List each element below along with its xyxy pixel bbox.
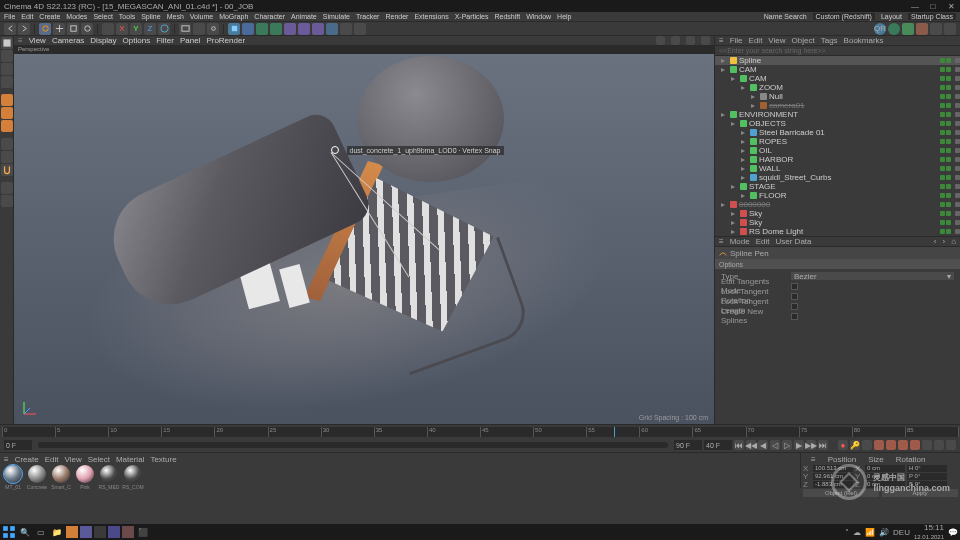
tree-row[interactable]: ▸FLOOR bbox=[715, 191, 960, 200]
attr-up-icon[interactable]: ⌂ bbox=[951, 237, 956, 246]
tree-row[interactable]: ▸squidl_Street_Curbs bbox=[715, 173, 960, 182]
obj-tags[interactable]: Tags bbox=[821, 36, 838, 45]
polys-mode[interactable] bbox=[1, 120, 13, 132]
tree-row[interactable]: ▸HARBOR bbox=[715, 155, 960, 164]
tree-row[interactable]: ▸OBJECTS bbox=[715, 119, 960, 128]
vp-nav3-icon[interactable] bbox=[686, 36, 695, 45]
material-Smart_C[interactable]: Smart_C bbox=[50, 465, 72, 490]
taskview-icon[interactable]: ▭ bbox=[34, 525, 48, 539]
render-view[interactable] bbox=[179, 23, 191, 35]
start-frame[interactable]: 0 F bbox=[4, 440, 32, 450]
playhead[interactable] bbox=[614, 427, 615, 437]
obj-file[interactable]: File bbox=[730, 36, 743, 45]
quickrender-icon[interactable]: QR bbox=[874, 23, 886, 35]
vp-cameras[interactable]: Cameras bbox=[52, 36, 84, 45]
next-key-icon[interactable]: ▶▶ bbox=[806, 440, 816, 450]
app3-icon[interactable] bbox=[94, 526, 106, 538]
menu-create[interactable]: Create bbox=[39, 13, 60, 20]
vp-nav2-icon[interactable] bbox=[671, 36, 680, 45]
tree-row[interactable]: ▸Spline bbox=[715, 56, 960, 65]
tree-row[interactable]: ▸STAGE bbox=[715, 182, 960, 191]
mat-select[interactable]: Select bbox=[88, 455, 110, 463]
obj-edit[interactable]: Edit bbox=[749, 36, 763, 45]
tree-row[interactable]: ▸CAM bbox=[715, 65, 960, 74]
menu-tools[interactable]: Tools bbox=[119, 13, 135, 20]
tag3-icon[interactable] bbox=[930, 23, 942, 35]
vp-nav1-icon[interactable] bbox=[656, 36, 665, 45]
menu-select[interactable]: Select bbox=[93, 13, 112, 20]
obj-view[interactable]: View bbox=[768, 36, 785, 45]
cube-primitive[interactable] bbox=[228, 23, 240, 35]
newspline-checkbox[interactable] bbox=[791, 313, 798, 320]
move-tool[interactable] bbox=[53, 23, 65, 35]
help-icon[interactable] bbox=[944, 23, 956, 35]
select-tool[interactable] bbox=[39, 23, 51, 35]
rotate-tool[interactable] bbox=[81, 23, 93, 35]
attr-mode[interactable]: Mode bbox=[730, 237, 750, 246]
material-RS_COM[interactable]: RS_COM bbox=[122, 465, 144, 490]
tree-row[interactable]: ▸CAM bbox=[715, 74, 960, 83]
vp-prorender[interactable]: ProRender bbox=[206, 36, 245, 45]
app5-icon[interactable] bbox=[122, 526, 134, 538]
menu-window[interactable]: Window bbox=[526, 13, 551, 20]
mat-material[interactable]: Material bbox=[116, 455, 144, 463]
app1-icon[interactable] bbox=[66, 526, 78, 538]
tray-lang[interactable]: DEU bbox=[893, 528, 910, 537]
end-frame[interactable]: 90 F bbox=[674, 440, 702, 450]
vp-panel[interactable]: Panel bbox=[180, 36, 200, 45]
selection-tool[interactable] bbox=[1, 195, 13, 207]
maximize-button[interactable]: □ bbox=[928, 2, 938, 11]
material-RS_MED[interactable]: RS_MED bbox=[98, 465, 120, 490]
lock-zaxis[interactable]: Z bbox=[144, 23, 156, 35]
dope-icon[interactable] bbox=[946, 440, 956, 450]
coord-system[interactable] bbox=[158, 23, 170, 35]
tree-row[interactable]: ▸OIL bbox=[715, 146, 960, 155]
render-region[interactable] bbox=[193, 23, 205, 35]
menu-help[interactable]: Help bbox=[557, 13, 571, 20]
tray-date[interactable]: 12.01.2021 bbox=[914, 534, 944, 540]
explorer-icon[interactable]: 📁 bbox=[50, 525, 64, 539]
menu-xparticles[interactable]: X-Particles bbox=[455, 13, 489, 20]
model-mode[interactable] bbox=[1, 37, 13, 49]
menu-edit[interactable]: Edit bbox=[21, 13, 33, 20]
edges-mode[interactable] bbox=[1, 107, 13, 119]
record-icon[interactable]: ● bbox=[838, 440, 848, 450]
soft-select[interactable] bbox=[1, 182, 13, 194]
menu-render[interactable]: Render bbox=[385, 13, 408, 20]
menu-volume[interactable]: Volume bbox=[190, 13, 213, 20]
menu-modes[interactable]: Modes bbox=[66, 13, 87, 20]
generator2-icon[interactable] bbox=[270, 23, 282, 35]
app4-icon[interactable] bbox=[108, 526, 120, 538]
attr-edit[interactable]: Edit bbox=[756, 237, 770, 246]
obj-object[interactable]: Object bbox=[792, 36, 815, 45]
tray-notif-icon[interactable]: 💬 bbox=[948, 528, 958, 537]
vp-display[interactable]: Display bbox=[90, 36, 116, 45]
enable-axis[interactable] bbox=[1, 138, 13, 150]
apply-button[interactable]: Apply bbox=[882, 489, 958, 497]
tree-row[interactable]: ▸ROPES bbox=[715, 137, 960, 146]
name-search[interactable]: Name Search bbox=[764, 13, 807, 20]
volume-icon[interactable] bbox=[284, 23, 296, 35]
close-button[interactable]: ✕ bbox=[946, 2, 956, 11]
objref-select[interactable]: Object (Rel) bbox=[803, 489, 879, 497]
objects-tree[interactable]: ▸Spline▸CAM▸CAM▸ZOOM▸Null▸camera01▸ENVIR… bbox=[715, 56, 960, 236]
tree-row[interactable]: ▸ZOOM bbox=[715, 83, 960, 92]
range-slider[interactable] bbox=[38, 442, 668, 448]
attr-next-icon[interactable]: › bbox=[942, 237, 945, 246]
lockrot-checkbox[interactable] bbox=[791, 293, 798, 300]
tree-row[interactable]: ▸Sky bbox=[715, 218, 960, 227]
tree-row[interactable]: ▸camera01 bbox=[715, 101, 960, 110]
mat-create[interactable]: Create bbox=[15, 455, 39, 463]
tree-row[interactable]: ▸Steel Barricade 01 bbox=[715, 128, 960, 137]
tag-icon[interactable] bbox=[902, 23, 914, 35]
key-s-icon[interactable] bbox=[886, 440, 896, 450]
minimize-button[interactable]: — bbox=[910, 2, 920, 11]
play-fwd-icon[interactable]: ▷ bbox=[782, 440, 792, 450]
menu-redshift[interactable]: Redshift bbox=[495, 13, 521, 20]
menu-extensions[interactable]: Extensions bbox=[414, 13, 448, 20]
mat-edit[interactable]: Edit bbox=[45, 455, 59, 463]
type-select[interactable]: Bezier▾ bbox=[791, 272, 954, 280]
mat-view[interactable]: View bbox=[64, 455, 81, 463]
key-pl-icon[interactable] bbox=[922, 440, 932, 450]
obj-bookmarks[interactable]: Bookmarks bbox=[844, 36, 884, 45]
